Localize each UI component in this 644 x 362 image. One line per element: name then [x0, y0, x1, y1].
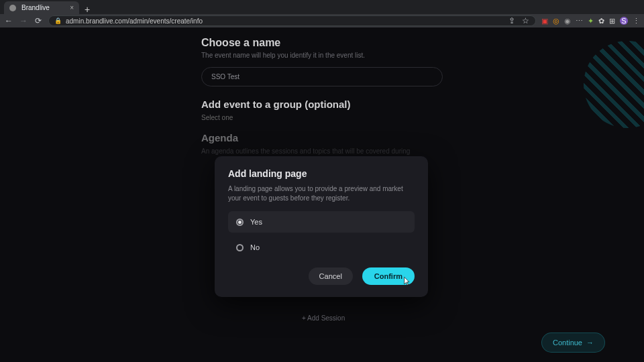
- reload-icon[interactable]: ⟳: [34, 16, 43, 25]
- radio-label-no: No: [250, 243, 260, 251]
- url-bar[interactable]: 🔒 admin.brandlive.com/admin/events/creat…: [48, 15, 536, 26]
- arrow-right-icon: →: [586, 339, 594, 347]
- ext-icon[interactable]: ◉: [564, 17, 571, 25]
- new-tab-button[interactable]: +: [85, 5, 90, 14]
- radio-option-no[interactable]: No: [228, 237, 415, 258]
- decorative-circle: [584, 41, 644, 128]
- confirm-label: Confirm: [374, 272, 402, 280]
- continue-button[interactable]: Continue →: [541, 333, 605, 353]
- section-sub-agenda: An agenda outlines the sessions and topi…: [201, 147, 443, 155]
- event-name-input[interactable]: SSO Test: [201, 67, 443, 86]
- ext-icon[interactable]: ✦: [588, 17, 594, 25]
- tab-bar: Brandlive × +: [0, 0, 644, 14]
- star-icon[interactable]: ☆: [521, 16, 530, 25]
- tab-title: Brandlive: [21, 4, 50, 11]
- modal-description: A landing page allows you to provide a p…: [228, 184, 415, 203]
- modal-title: Add landing page: [228, 168, 415, 179]
- page-body: Choose a name The event name will help y…: [0, 27, 644, 362]
- address-row: ← → ⟳ 🔒 admin.brandlive.com/admin/events…: [0, 14, 644, 27]
- landing-page-modal: Add landing page A landing page allows y…: [215, 156, 428, 297]
- ext-icon[interactable]: ▣: [541, 17, 548, 25]
- cursor-pointer-icon: [401, 276, 412, 289]
- section-title-group: Add event to a group (optional): [201, 99, 443, 110]
- cancel-button[interactable]: Cancel: [309, 267, 353, 285]
- continue-label: Continue: [553, 339, 582, 347]
- section-sub-name: The event name will help you identify it…: [201, 52, 443, 59]
- url-text: admin.brandlive.com/admin/events/create/…: [66, 17, 203, 25]
- radio-icon: [236, 219, 244, 226]
- ext-icon[interactable]: ◎: [553, 17, 559, 25]
- ext-icon[interactable]: ⋯: [576, 17, 583, 25]
- extension-icons: ▣ ◎ ◉ ⋯ ✦ ✿ ⊞ S ⋮: [541, 17, 640, 25]
- browser-menu-icon[interactable]: ⋮: [633, 17, 640, 25]
- group-select[interactable]: Select one: [201, 114, 443, 121]
- browser-tab[interactable]: Brandlive ×: [4, 1, 79, 14]
- confirm-button[interactable]: Confirm: [362, 267, 415, 285]
- forward-icon[interactable]: →: [19, 16, 28, 25]
- tab-favicon: [9, 5, 16, 11]
- profile-avatar[interactable]: S: [620, 17, 628, 25]
- section-title-agenda: Agenda: [201, 132, 443, 143]
- extensions-icon[interactable]: ⊞: [609, 17, 615, 25]
- lock-icon: 🔒: [54, 17, 62, 24]
- radio-option-yes[interactable]: Yes: [228, 211, 415, 233]
- back-icon[interactable]: ←: [4, 16, 13, 25]
- share-icon[interactable]: ⇪: [507, 16, 517, 25]
- ext-icon[interactable]: ✿: [598, 17, 604, 25]
- close-tab-icon[interactable]: ×: [70, 4, 74, 11]
- add-session-button[interactable]: + Add Session: [302, 314, 345, 322]
- section-title-name: Choose a name: [201, 37, 443, 49]
- radio-icon: [236, 244, 244, 251]
- radio-label-yes: Yes: [250, 218, 262, 226]
